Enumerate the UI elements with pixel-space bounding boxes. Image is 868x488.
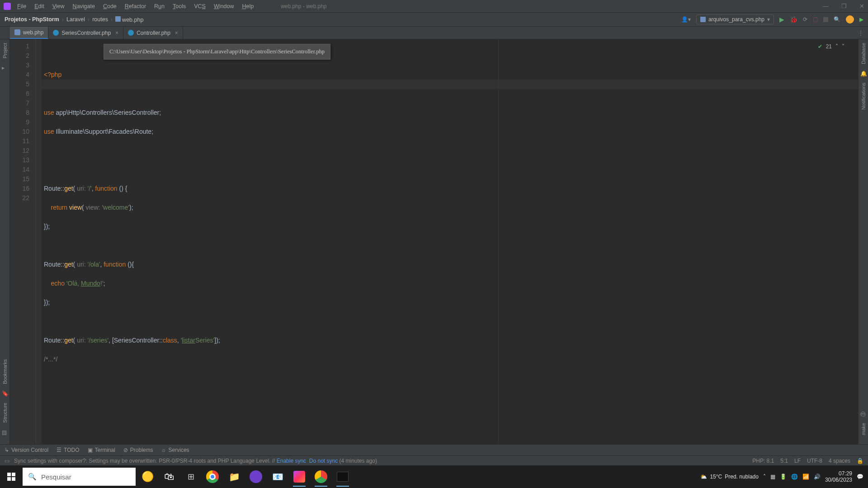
search-icon: 🔍 <box>28 473 37 481</box>
breadcrumb-file[interactable]: web.php <box>115 16 143 23</box>
phpstorm-app[interactable] <box>289 467 309 487</box>
volume-icon[interactable]: 🔊 <box>814 474 821 480</box>
store-app[interactable]: 🛍 <box>159 467 179 487</box>
chevron-up-icon[interactable]: ˄ <box>835 42 838 52</box>
account-avatar[interactable] <box>846 15 854 23</box>
project-tool-button[interactable]: Project <box>2 43 8 58</box>
version-control-button[interactable]: ↳ Version Control <box>5 447 48 453</box>
class-icon <box>128 30 134 36</box>
run-coverage-button[interactable]: ⟳ <box>803 16 807 23</box>
code-editor[interactable]: 1234567891011121314151622 <?php use app\… <box>10 39 858 444</box>
menu-window[interactable]: Window <box>214 3 234 9</box>
chevron-right-icon: › <box>111 16 113 23</box>
breadcrumb-project[interactable]: Projetos - PhpStorm <box>5 16 59 23</box>
run-config-selector[interactable]: arquivos_para_cvs.php ▾ <box>696 14 774 24</box>
make-tool-button[interactable]: make <box>861 423 866 435</box>
line-separator[interactable]: LF <box>794 458 801 464</box>
enable-sync-link[interactable]: Enable sync <box>277 458 306 464</box>
tab-controller[interactable]: Controller.php × <box>123 27 183 39</box>
bookmarks-tool-button[interactable]: Bookmarks <box>2 359 8 384</box>
github-app[interactable] <box>246 467 266 487</box>
window-title: web.php - web.php <box>254 3 823 9</box>
action-center-icon[interactable]: 💬 <box>857 474 863 480</box>
do-not-sync-link[interactable]: Do not sync <box>309 458 338 464</box>
line-gutter: 1234567891011121314151622 <box>10 39 36 444</box>
mail-app[interactable]: 📧 <box>268 467 288 487</box>
explorer-app[interactable]: 📁 <box>224 467 244 487</box>
menu-tools[interactable]: Tools <box>173 3 186 9</box>
code-content[interactable]: <?php use app\Http\Controllers\SeriesCon… <box>42 39 858 444</box>
cortana-app[interactable]: 🟡 <box>137 467 157 487</box>
tabs-more[interactable]: ⋮ <box>854 27 868 39</box>
breadcrumb-laravel[interactable]: Laravel <box>66 16 85 23</box>
stop-button[interactable] <box>823 17 828 22</box>
fold-gutter[interactable] <box>36 39 42 444</box>
maximize-button[interactable]: ❐ <box>841 3 847 9</box>
menu-refactor[interactable]: Refactor <box>125 3 146 9</box>
indent-setting[interactable]: 4 spaces <box>829 458 850 464</box>
structure-icon: ▤ <box>2 429 8 435</box>
database-tool-button[interactable]: Database <box>861 43 866 64</box>
weather-widget[interactable]: ⛅ 15°C Pred. nublado <box>700 474 759 480</box>
minimize-button[interactable]: — <box>823 3 829 9</box>
wifi-icon[interactable]: 📶 <box>802 474 809 480</box>
task-view-button[interactable]: ⊞ <box>181 467 201 487</box>
close-icon[interactable]: × <box>115 30 118 36</box>
user-dropdown[interactable]: 👤▾ <box>681 16 691 23</box>
taskbar-search[interactable]: 🔍 Pesquisar <box>23 468 136 486</box>
chrome-app[interactable] <box>203 467 222 487</box>
breadcrumb-routes[interactable]: routes <box>92 16 108 23</box>
tray-app-icon[interactable]: ▦ <box>770 474 775 480</box>
toolwindows-toggle[interactable]: ▭ <box>5 458 9 464</box>
class-icon <box>53 30 59 36</box>
php-file-icon <box>700 17 706 22</box>
menu-vcs[interactable]: VCS <box>194 3 206 9</box>
svg-rect-3 <box>12 477 15 481</box>
file-encoding[interactable]: UTF-8 <box>807 458 822 464</box>
nav-toolbar: Projetos - PhpStorm › Laravel › routes ›… <box>0 13 868 27</box>
profiler-button[interactable]: ⬚ <box>813 16 818 23</box>
run-button[interactable]: ▶ <box>779 16 784 23</box>
readonly-toggle[interactable]: 🔒 <box>857 458 863 464</box>
tab-seriescontroller[interactable]: SeriesController.php × <box>48 27 123 39</box>
network-icon[interactable]: 🌐 <box>791 474 798 480</box>
services-button[interactable]: ☼ Services <box>161 447 189 453</box>
cursor-position[interactable]: 5:1 <box>780 458 788 464</box>
chevron-down-icon[interactable]: ˅ <box>842 42 844 52</box>
clock[interactable]: 07:29 30/06/2023 <box>825 470 852 483</box>
status-message: Sync settings with composer?: Settings m… <box>14 458 752 464</box>
chrome-canary-app[interactable] <box>311 467 331 487</box>
menu-code[interactable]: Code <box>103 3 117 9</box>
close-button[interactable]: ✕ <box>859 3 864 9</box>
problems-button[interactable]: ⊘ Problems <box>123 447 153 453</box>
tab-label: Controller.php <box>137 30 170 36</box>
menu-navigate[interactable]: Navigate <box>73 3 95 9</box>
tab-web-php[interactable]: web.php <box>10 27 48 39</box>
battery-icon[interactable]: 🔋 <box>780 474 787 480</box>
status-bar: ▭ Sync settings with composer?: Settings… <box>0 455 868 465</box>
close-icon[interactable]: × <box>175 30 178 36</box>
tab-label: SeriesController.php <box>61 30 111 36</box>
ide-update-button[interactable]: ▶ <box>859 16 863 23</box>
tray-chevron-up-icon[interactable]: ˄ <box>763 474 766 480</box>
bottom-toolwindow-bar: ↳ Version Control ☰ TODO ▣ Terminal ⊘ Pr… <box>0 444 868 455</box>
menu-file[interactable]: File <box>17 3 26 9</box>
check-icon: ✔ <box>818 42 822 52</box>
menu-edit[interactable]: Edit <box>34 3 44 9</box>
menu-help[interactable]: Help <box>242 3 254 9</box>
cmd-app[interactable] <box>333 467 353 487</box>
main-menu: File Edit View Navigate Code Refactor Ru… <box>17 3 254 9</box>
search-everywhere-button[interactable]: 🔍 <box>834 16 840 23</box>
debug-button[interactable]: 🐞 <box>790 16 797 23</box>
php-version[interactable]: PHP: 8.1 <box>752 458 774 464</box>
main-area: Project ▸ Bookmarks 🔖 Structure ▤ 123456… <box>0 39 868 444</box>
todo-button[interactable]: ☰ TODO <box>57 447 79 453</box>
inspections-widget[interactable]: ✔ 21 ˄ ˅ <box>818 42 844 52</box>
menu-run[interactable]: Run <box>154 3 165 9</box>
terminal-button[interactable]: ▣ Terminal <box>88 447 115 453</box>
start-button[interactable] <box>0 465 23 488</box>
menu-view[interactable]: View <box>52 3 65 9</box>
windows-taskbar: 🔍 Pesquisar 🟡 🛍 ⊞ 📁 📧 ⛅ 15°C Pred. nubla… <box>0 465 868 488</box>
structure-tool-button[interactable]: Structure <box>2 403 8 423</box>
notifications-tool-button[interactable]: Notifications <box>861 83 866 110</box>
